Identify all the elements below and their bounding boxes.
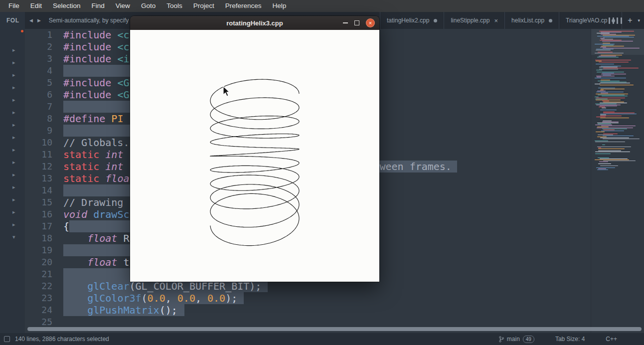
tree-item-collapsed[interactable]: ▸ xyxy=(0,44,25,56)
minimap-viewport[interactable] xyxy=(591,29,644,55)
tab-helixlist-cpp[interactable]: helixList.cpp xyxy=(505,12,559,29)
menu-find[interactable]: Find xyxy=(86,0,110,12)
line-number: 5 xyxy=(25,77,52,89)
menu-preferences[interactable]: Preferences xyxy=(220,0,267,12)
line-number: 10 xyxy=(25,137,52,149)
tree-item-collapsed[interactable]: ▸ xyxy=(0,218,25,231)
line-number: 18 xyxy=(25,232,52,244)
tree-item-collapsed[interactable]: ▸ xyxy=(0,131,25,144)
menu-view[interactable]: View xyxy=(110,0,136,12)
code-line[interactable]: 25 xyxy=(25,316,591,328)
code-token: #include xyxy=(63,29,111,41)
code-line[interactable]: 23 glColor3f(0.0, 0.0, 0.0); xyxy=(25,292,591,304)
code-token: glColor3f xyxy=(87,292,141,304)
menu-help[interactable]: Help xyxy=(267,0,292,12)
line-number: 20 xyxy=(25,256,52,268)
tree-item-collapsed[interactable]: ▸ xyxy=(0,181,25,193)
tree-item-collapsed[interactable]: ▸ xyxy=(0,193,25,206)
horizontal-scrollbar[interactable] xyxy=(27,327,642,331)
code-token: 0.0 xyxy=(177,292,195,304)
modified-file-dot xyxy=(21,30,23,32)
tree-item-collapsed[interactable]: ▸ xyxy=(0,56,25,69)
tab-label: helixList.cpp xyxy=(511,17,544,24)
tabbar-actions: + ▾ xyxy=(609,12,640,29)
git-branch[interactable]: main 49 xyxy=(499,336,534,343)
tree-item-collapsed[interactable]: ▸ xyxy=(0,94,25,106)
code-token xyxy=(111,41,117,53)
tree-item-collapsed[interactable]: ▸ xyxy=(0,69,25,81)
gl-canvas[interactable] xyxy=(130,30,379,282)
gl-window-titlebar[interactable]: rotatingHelix3.cpp × xyxy=(130,16,379,30)
code-token: #include xyxy=(63,77,111,89)
selection-mode-icon[interactable] xyxy=(4,336,10,342)
line-number: 2 xyxy=(25,41,52,53)
menu-goto[interactable]: Goto xyxy=(136,0,161,12)
helix-drawing xyxy=(130,30,379,282)
code-token xyxy=(111,89,117,101)
code-token: glClear xyxy=(87,280,129,292)
menu-edit[interactable]: Edit xyxy=(25,0,47,12)
menu-file[interactable]: File xyxy=(3,0,25,12)
nav-back-icon[interactable]: ◀ xyxy=(29,18,33,23)
code-token: #include xyxy=(63,41,111,53)
tree-item-expanded[interactable]: ▾ xyxy=(0,231,25,243)
menu-tools[interactable]: Tools xyxy=(161,0,188,12)
tree-item-collapsed[interactable]: ▸ xyxy=(0,169,25,181)
status-left: 140 lines, 2886 characters selected xyxy=(4,336,109,343)
tree-item-collapsed[interactable]: ▸ xyxy=(0,106,25,119)
tree-item-collapsed[interactable]: ▸ xyxy=(0,144,25,156)
line-number: 16 xyxy=(25,208,52,220)
close-tab-icon[interactable]: × xyxy=(494,17,498,24)
code-token: <c xyxy=(117,41,129,53)
line-number: 19 xyxy=(25,244,52,256)
code-content xyxy=(52,316,591,328)
line-number: 11 xyxy=(25,149,52,161)
selection-highlight xyxy=(63,101,130,113)
code-token: // Drawing xyxy=(63,196,123,208)
nav-forward-icon[interactable]: ▶ xyxy=(37,18,41,23)
menu-selection[interactable]: Selection xyxy=(47,0,86,12)
code-token xyxy=(111,77,117,89)
layout-columns-icon[interactable] xyxy=(609,17,622,24)
tab-linestipple-cpp[interactable]: lineStipple.cpp× xyxy=(444,12,505,29)
code-token: glPushMatrix xyxy=(87,304,160,316)
code-token: 0.0 xyxy=(148,292,165,304)
code-token xyxy=(63,256,87,268)
maximize-button[interactable] xyxy=(354,20,359,25)
code-line[interactable]: 24 glPushMatrix(); xyxy=(25,304,591,316)
selection-highlight xyxy=(63,125,130,137)
tree-item-collapsed[interactable]: ▸ xyxy=(0,156,25,169)
status-right: main 49 Tab Size: 4 C++ xyxy=(499,336,617,343)
tree-item-collapsed[interactable]: ▸ xyxy=(0,81,25,94)
code-token xyxy=(63,280,87,292)
code-token: static xyxy=(63,161,99,172)
code-content: glColor3f(0.0, 0.0, 0.0); xyxy=(52,292,591,304)
code-token: { xyxy=(63,220,69,232)
minimap[interactable] xyxy=(591,29,644,333)
line-number: 4 xyxy=(25,65,52,77)
modified-dot-icon[interactable] xyxy=(549,19,552,22)
code-token: <c xyxy=(117,29,129,41)
tab-size-setting[interactable]: Tab Size: 4 xyxy=(555,336,585,343)
tab-overflow-icon[interactable]: ▾ xyxy=(638,18,640,23)
tab-label-partial[interactable]: Semi-automatically, by specify xyxy=(49,17,129,24)
tree-item-collapsed[interactable]: ▸ xyxy=(0,119,25,131)
line-number: 13 xyxy=(25,172,52,184)
menu-project[interactable]: Project xyxy=(188,0,220,12)
gl-window-title: rotatingHelix3.cpp xyxy=(130,19,379,27)
code-token: (); xyxy=(160,304,177,316)
code-line[interactable]: 22 glClear(GL_COLOR_BUFFER_BIT); xyxy=(25,280,591,292)
modified-dot-icon[interactable] xyxy=(434,19,437,22)
code-token: <G xyxy=(117,77,129,89)
minimize-button[interactable] xyxy=(343,22,348,23)
new-tab-button[interactable]: + xyxy=(628,16,632,24)
tab-tatinghelix2-cpp[interactable]: tatingHelix2.cpp xyxy=(380,12,444,29)
branch-name: main xyxy=(507,336,520,343)
git-branch-icon xyxy=(499,336,504,343)
tree-item-collapsed[interactable]: ▸ xyxy=(0,206,25,218)
close-button[interactable]: × xyxy=(366,18,375,27)
language-mode[interactable]: C++ xyxy=(606,336,617,343)
code-token xyxy=(111,29,117,41)
gl-window: rotatingHelix3.cpp × xyxy=(130,16,379,282)
folder-tree: ▸▸▸▸▸▸▸▸▸▸▸▸▸▸▸▾ xyxy=(0,44,25,243)
